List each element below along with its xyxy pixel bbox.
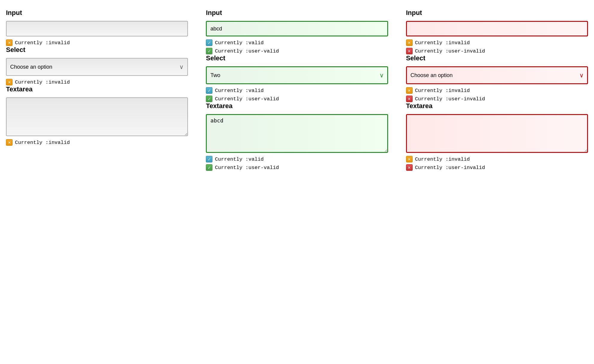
input-valid-statuses: ✓ Currently :valid ✓ Currently :user-val…: [206, 39, 388, 54]
input-userinvalid-label: Input: [406, 9, 588, 17]
status-row: ✓ Currently :valid: [206, 87, 388, 94]
status-row: ✕ Currently :user-invalid: [406, 48, 588, 54]
status-text: Currently :invalid: [415, 156, 470, 162]
textarea-userinvalid-cell: Textarea ✕ Currently :invalid ✕ Currentl…: [406, 102, 588, 171]
input-userinvalid-field[interactable]: [406, 21, 588, 36]
status-row: ✕ Currently :invalid: [406, 39, 588, 46]
textarea-userinvalid-field[interactable]: [406, 114, 588, 153]
badge-orange-icon: ✕: [6, 139, 13, 146]
status-user-valid-row: ✓ Currently :user-valid: [206, 48, 388, 54]
status-row: ✓ Currently :valid: [206, 156, 388, 162]
input-default-field[interactable]: [6, 21, 188, 36]
status-valid-text: Currently :valid: [215, 40, 264, 46]
input-default-label: Input: [6, 9, 188, 17]
status-text: Currently :user-valid: [215, 165, 279, 171]
status-text: Currently :invalid: [15, 140, 70, 145]
column-user-invalid: Input ✕ Currently :invalid ✕ Currently :…: [406, 9, 588, 171]
badge-green-icon: ✓: [206, 48, 212, 54]
select-default-wrapper: Choose an option One Two Three ∨: [6, 58, 188, 76]
status-row: ✕ Currently :invalid: [406, 156, 588, 162]
status-row: ✕ Currently :user-invalid: [406, 164, 588, 171]
input-default-cell: Input ✕ Currently :invalid: [6, 9, 188, 46]
status-row: ✕ Currently :invalid: [6, 139, 188, 146]
select-valid-label: Select: [206, 54, 388, 62]
select-userinvalid-statuses: ✕ Currently :invalid ✕ Currently :user-i…: [406, 87, 588, 102]
select-default-field[interactable]: Choose an option One Two Three: [6, 58, 188, 76]
status-text: Currently :valid: [215, 156, 264, 162]
textarea-valid-field[interactable]: abcd: [206, 114, 388, 153]
badge-blue-icon: ✓: [206, 87, 212, 94]
input-userinvalid-cell: Input ✕ Currently :invalid ✕ Currently :…: [406, 9, 588, 54]
status-row: ✕ Currently :user-invalid: [406, 96, 588, 102]
textarea-valid-statuses: ✓ Currently :valid ✓ Currently :user-val…: [206, 156, 388, 171]
column-valid: Input ✓ Currently :valid ✓ Currently :us…: [206, 9, 388, 171]
status-text: Currently :user-invalid: [415, 48, 485, 54]
textarea-userinvalid-label: Textarea: [406, 102, 588, 110]
badge-red-icon: ✕: [406, 96, 413, 102]
badge-blue-icon: ✓: [206, 156, 212, 162]
select-default-label: Select: [6, 46, 188, 54]
status-invalid-row: ✕ Currently :invalid: [6, 39, 188, 46]
textarea-valid-label: Textarea: [206, 102, 388, 110]
status-text: Currently :user-invalid: [415, 96, 485, 102]
status-text: Currently :invalid: [415, 88, 470, 93]
badge-green-icon: ✓: [206, 96, 212, 102]
badge-orange-icon: ✕: [6, 39, 13, 46]
status-row: ✓ Currently :user-valid: [206, 96, 388, 102]
status-invalid-text: Currently :invalid: [15, 40, 70, 46]
status-row: ✓ Currently :user-valid: [206, 164, 388, 171]
status-text: Currently :user-valid: [215, 96, 279, 102]
select-default-cell: Select Choose an option One Two Three ∨ …: [6, 46, 188, 85]
badge-orange-icon: ✕: [406, 87, 413, 94]
badge-orange-icon: ✕: [6, 79, 13, 85]
select-valid-statuses: ✓ Currently :valid ✓ Currently :user-val…: [206, 87, 388, 102]
textarea-valid-cell: Textarea abcd ✓ Currently :valid ✓ Curre…: [206, 102, 388, 171]
main-grid: Input ✕ Currently :invalid Select Choose…: [6, 9, 588, 171]
badge-orange-icon: ✕: [406, 39, 413, 46]
status-valid-row: ✓ Currently :valid: [206, 39, 388, 46]
textarea-default-statuses: ✕ Currently :invalid: [6, 139, 188, 146]
status-text: Currently :invalid: [15, 79, 70, 85]
badge-blue-icon: ✓: [206, 39, 212, 46]
textarea-userinvalid-statuses: ✕ Currently :invalid ✕ Currently :user-i…: [406, 156, 588, 171]
select-default-statuses: ✕ Currently :invalid: [6, 79, 188, 85]
input-valid-label: Input: [206, 9, 388, 17]
select-valid-field[interactable]: Choose an option One Two Three: [206, 66, 388, 84]
status-text: Currently :valid: [215, 88, 264, 93]
input-valid-cell: Input ✓ Currently :valid ✓ Currently :us…: [206, 9, 388, 54]
select-userinvalid-cell: Select Choose an option One Two Three ∨ …: [406, 54, 588, 102]
column-default: Input ✕ Currently :invalid Select Choose…: [6, 9, 188, 171]
select-valid-wrapper: Choose an option One Two Three ∨: [206, 66, 388, 84]
textarea-default-label: Textarea: [6, 85, 188, 93]
badge-red-icon: ✕: [406, 164, 413, 171]
select-userinvalid-field[interactable]: Choose an option One Two Three: [406, 66, 588, 84]
input-valid-field[interactable]: [206, 21, 388, 36]
input-userinvalid-statuses: ✕ Currently :invalid ✕ Currently :user-i…: [406, 39, 588, 54]
status-text: Currently :invalid: [415, 40, 470, 46]
badge-red-icon: ✕: [406, 48, 413, 54]
textarea-default-field[interactable]: [6, 97, 188, 136]
status-row: ✕ Currently :invalid: [6, 79, 188, 85]
textarea-default-cell: Textarea ✕ Currently :invalid: [6, 85, 188, 146]
input-default-statuses: ✕ Currently :invalid: [6, 39, 188, 46]
status-user-valid-text: Currently :user-valid: [215, 48, 279, 54]
badge-orange-icon: ✕: [406, 156, 413, 162]
select-userinvalid-wrapper: Choose an option One Two Three ∨: [406, 66, 588, 84]
select-userinvalid-label: Select: [406, 54, 588, 62]
status-text: Currently :user-invalid: [415, 165, 485, 171]
badge-green-icon: ✓: [206, 164, 212, 171]
select-valid-cell: Select Choose an option One Two Three ∨ …: [206, 54, 388, 102]
status-row: ✕ Currently :invalid: [406, 87, 588, 94]
